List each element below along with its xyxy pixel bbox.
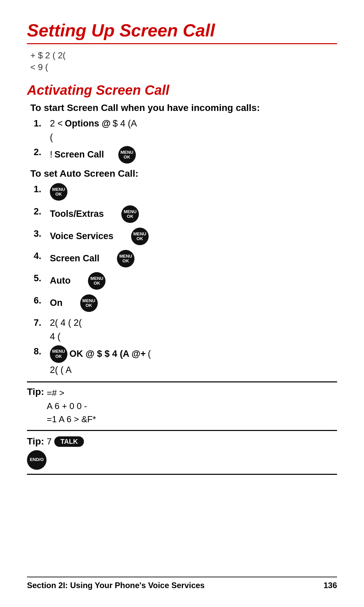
auto-step-3: 3. Voice Services MENU OK	[34, 228, 337, 245]
menu-ok-btn-2: MENU OK	[118, 146, 136, 164]
tip-box-1: Tip: =# > A 6 + 0 0 - =1 A 6 > &F*	[27, 381, 337, 431]
menu-ok-btn-a1: MENU OK	[50, 183, 67, 201]
step-2: 2. ! Screen Call MENU OK	[34, 146, 337, 164]
intro-text-2: To set Auto Screen Call:	[30, 168, 337, 179]
steps-list-1: 1. 2 < Options @ $ 4 (A ( 2. ! Screen Ca…	[34, 117, 337, 164]
menu-ok-btn-a8: MENU OK	[50, 345, 67, 363]
intro-text: To start Screen Call when you have incom…	[30, 103, 337, 113]
steps-list-2: 1. MENU OK 2. Tools/Extras MENU OK 3. Vo…	[34, 183, 337, 375]
menu-ok-btn-a6: MENU OK	[80, 294, 98, 312]
menu-ok-btn-a3: MENU OK	[131, 228, 149, 245]
page-footer: Section 2I: Using Your Phone's Voice Ser…	[27, 577, 337, 590]
auto-step-7: 7. 2( 4 ( 2(	[34, 317, 337, 329]
auto-step-2: 2. Tools/Extras MENU OK	[34, 205, 337, 223]
auto-step-7-sub: 4 (	[50, 331, 337, 342]
menu-ok-btn-a2: MENU OK	[121, 205, 139, 223]
subtitle-line1: + $ 2 ( 2(	[30, 50, 337, 61]
tip-box-2: Tip: 7 TALK END/O	[27, 431, 337, 475]
tip-content-1: =# > A 6 + 0 0 - =1 A 6 > &F*	[47, 386, 96, 426]
menu-ok-btn-a5: MENU OK	[88, 272, 105, 290]
talk-button: TALK	[54, 436, 84, 447]
auto-step-4: 4. Screen Call MENU OK	[34, 250, 337, 267]
tip-label-2: Tip:	[27, 436, 44, 447]
step-1-sub: (	[50, 132, 337, 143]
auto-step-1: 1. MENU OK	[34, 183, 337, 201]
auto-step-8-sub: 2( ( A	[50, 365, 337, 375]
auto-step-5: 5. Auto MENU OK	[34, 272, 337, 290]
tip-content-2: 7	[47, 435, 52, 448]
page-title: Setting Up Screen Call	[27, 20, 337, 44]
end-button: END/O	[27, 450, 47, 470]
subtitle-line2: < 9 (	[30, 62, 337, 73]
auto-step-6: 6. On MENU OK	[34, 294, 337, 312]
section1-title: Activating Screen Call	[27, 83, 337, 98]
step-1: 1. 2 < Options @ $ 4 (A	[34, 117, 337, 130]
tip-label-1: Tip:	[27, 386, 44, 397]
footer-left: Section 2I: Using Your Phone's Voice Ser…	[27, 581, 205, 590]
auto-step-8: 8. MENU OK OK @ $ $ 4 (A @+ (	[34, 345, 337, 363]
footer-right: 136	[324, 581, 337, 590]
menu-ok-btn-a4: MENU OK	[117, 250, 134, 267]
